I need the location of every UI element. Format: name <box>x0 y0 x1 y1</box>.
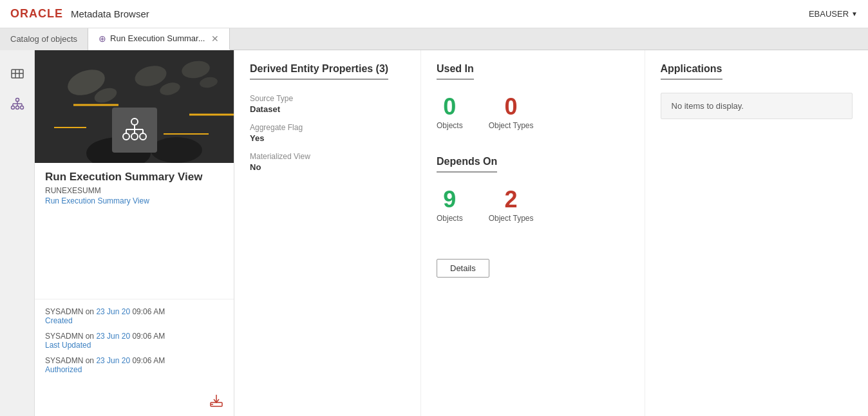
oracle-logo: ORACLE <box>10 7 63 21</box>
no-items-message: No items to display. <box>661 93 853 119</box>
object-code: RUNEXESUMM <box>45 186 223 195</box>
used-in-title: Used In <box>437 63 474 80</box>
sidebar-map-button[interactable] <box>5 61 30 86</box>
audit-authorized-label[interactable]: Authorized <box>45 365 223 374</box>
applications-panel-title: Applications <box>661 63 722 80</box>
audit-section: SYSADMN on 23 Jun 20 09:06 AM Created SY… <box>35 299 234 388</box>
username-label: EBAUSER <box>809 9 849 19</box>
audit-authorized-date[interactable]: 23 Jun 20 <box>96 356 130 365</box>
sidebar-hierarchy-button[interactable] <box>5 91 30 117</box>
prop-materialized-view-value: No <box>250 162 405 172</box>
app-title: Metadata Browser <box>71 8 149 19</box>
audit-authorized: SYSADMN on 23 Jun 20 09:06 AM Authorized <box>45 356 223 374</box>
used-in-panel: Used In 0 Objects 0 Object Types Depends… <box>421 50 645 416</box>
audit-authorized-user: SYSADMN on 23 Jun 20 09:06 AM <box>45 356 223 365</box>
prop-materialized-view: Materialized View No <box>250 152 405 172</box>
depends-objects-count: 9 <box>437 188 463 211</box>
audit-created: SYSADMN on 23 Jun 20 09:06 AM Created <box>45 307 223 325</box>
svg-point-23 <box>131 118 138 125</box>
dropdown-arrow-icon: ▼ <box>851 10 858 17</box>
spacer <box>35 213 234 299</box>
prop-aggregate-flag-value: Yes <box>250 133 405 143</box>
properties-panel: Derived Entity Properties (3) Source Typ… <box>234 50 421 416</box>
depends-objects-stat: 9 Objects <box>437 188 463 223</box>
main-layout: Run Execution Summary View RUNEXESUMM Ru… <box>0 50 868 416</box>
prop-source-type: Source Type Dataset <box>250 94 405 114</box>
content-area: Derived Entity Properties (3) Source Typ… <box>234 50 868 416</box>
audit-updated-user: SYSADMN on 23 Jun 20 09:06 AM <box>45 332 223 341</box>
tab-run-exec-icon: ⊕ <box>99 33 106 44</box>
object-title: Run Execution Summary View <box>45 171 223 184</box>
prop-source-type-value: Dataset <box>250 104 405 114</box>
svg-point-22 <box>151 137 202 163</box>
depends-on-stats: 9 Objects 2 Object Types <box>437 188 629 223</box>
hierarchy-icon <box>10 97 24 111</box>
depends-types-count: 2 <box>489 188 534 211</box>
object-link[interactable]: Run Execution Summary View <box>45 196 223 205</box>
tabs-bar: Catalog of objects ⊕ Run Execution Summa… <box>0 28 868 50</box>
left-panel: Run Execution Summary View RUNEXESUMM Ru… <box>35 50 234 416</box>
applications-panel: Applications No items to display. <box>645 50 869 416</box>
svg-point-25 <box>131 133 138 140</box>
used-in-types-label: Object Types <box>489 121 534 130</box>
prop-aggregate-flag-label: Aggregate Flag <box>250 123 405 132</box>
hero-icon-container <box>112 108 157 153</box>
svg-point-4 <box>20 106 23 109</box>
object-type-icon <box>120 115 149 145</box>
depends-types-stat: 2 Object Types <box>489 188 534 223</box>
tab-catalog-label: Catalog of objects <box>10 34 77 44</box>
used-in-types-stat: 0 Object Types <box>489 95 534 130</box>
tab-close-button[interactable]: ✕ <box>211 33 219 44</box>
export-icon[interactable] <box>209 393 223 411</box>
svg-point-3 <box>15 106 19 109</box>
tab-catalog[interactable]: Catalog of objects <box>0 28 88 50</box>
depends-on-section: Depends On 9 Objects 2 Object Types <box>437 156 629 223</box>
tab-run-exec-label: Run Execution Summar... <box>110 33 205 43</box>
used-in-stats: 0 Objects 0 Object Types <box>437 95 629 130</box>
audit-created-label[interactable]: Created <box>45 316 223 325</box>
audit-updated-label[interactable]: Last Updated <box>45 341 223 350</box>
tab-run-exec[interactable]: ⊕ Run Execution Summar... ✕ <box>88 28 230 50</box>
used-in-objects-label: Objects <box>437 121 463 130</box>
depends-objects-label: Objects <box>437 214 463 223</box>
used-in-types-count: 0 <box>489 95 534 118</box>
map-icon <box>10 66 24 80</box>
user-menu[interactable]: EBAUSER ▼ <box>809 9 858 19</box>
object-info: Run Execution Summary View RUNEXESUMM Ru… <box>35 163 234 213</box>
hero-image <box>35 50 234 163</box>
svg-point-26 <box>140 133 146 140</box>
used-in-section: Used In 0 Objects 0 Object Types <box>437 63 629 130</box>
sidebar-icons <box>0 50 35 416</box>
used-in-objects-count: 0 <box>437 95 463 118</box>
used-in-objects-stat: 0 Objects <box>437 95 463 130</box>
properties-panel-title: Derived Entity Properties (3) <box>250 63 388 80</box>
depends-on-title: Depends On <box>437 156 497 173</box>
export-area <box>35 388 234 416</box>
svg-point-2 <box>11 106 14 109</box>
audit-updated-date[interactable]: 23 Jun 20 <box>96 332 130 341</box>
details-button[interactable]: Details <box>437 259 489 278</box>
audit-updated: SYSADMN on 23 Jun 20 09:06 AM Last Updat… <box>45 332 223 350</box>
audit-created-date[interactable]: 23 Jun 20 <box>96 307 130 316</box>
header-right: EBAUSER ▼ <box>809 9 858 19</box>
header-left: ORACLE Metadata Browser <box>10 7 149 21</box>
depends-types-label: Object Types <box>489 214 534 223</box>
details-button-area: Details <box>437 243 629 278</box>
audit-created-user: SYSADMN on 23 Jun 20 09:06 AM <box>45 307 223 316</box>
header: ORACLE Metadata Browser EBAUSER ▼ <box>0 0 868 28</box>
svg-point-24 <box>123 133 129 140</box>
prop-source-type-label: Source Type <box>250 94 405 103</box>
svg-point-1 <box>15 99 19 102</box>
prop-materialized-view-label: Materialized View <box>250 152 405 161</box>
prop-aggregate-flag: Aggregate Flag Yes <box>250 123 405 143</box>
